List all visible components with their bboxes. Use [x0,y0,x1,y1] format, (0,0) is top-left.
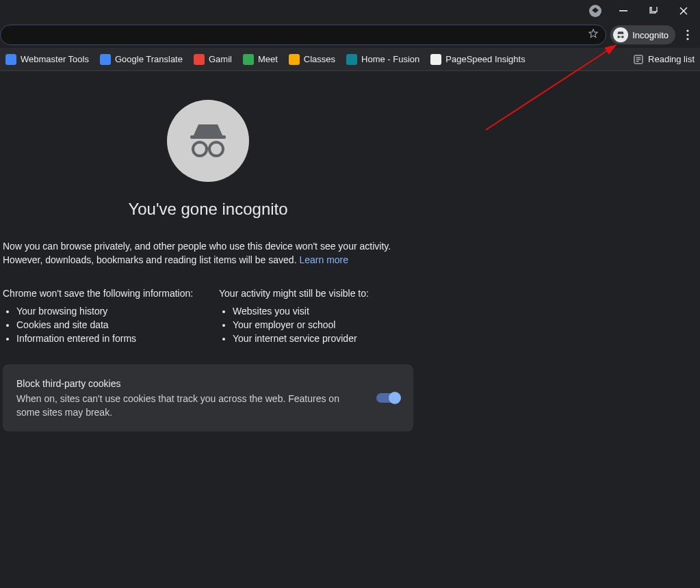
bookmark-label: PageSpeed Insights [445,54,525,64]
window-maximize-button[interactable] [640,1,667,21]
bookmark-label: Home - Fusion [361,54,419,64]
incognito-label: Incognito [632,30,669,40]
block-cookies-description: When on, sites can't use cookies that tr… [16,392,360,420]
still-visible-heading: Your activity might still be visible to: [219,288,413,299]
bookmark-item[interactable]: Gamil [194,54,232,65]
bookmark-favicon-icon [243,54,254,65]
bookmark-favicon-icon [5,54,16,65]
bookmark-favicon-icon [289,54,300,65]
svg-rect-0 [619,10,627,12]
bookmark-label: Webmaster Tools [21,54,89,64]
bookmark-favicon-icon [430,54,441,65]
bookmark-item[interactable]: Webmaster Tools [5,54,89,65]
list-item: Your employer or school [233,319,413,330]
block-cookies-toggle[interactable] [376,393,400,403]
page-title: You've gone incognito [128,200,287,219]
bookmarks-bar: Webmaster ToolsGoogle TranslateGamilMeet… [0,48,700,71]
reading-list-icon [633,54,644,65]
intro-line2-prefix: However, downloads, bookmarks and readin… [3,254,299,265]
bookmark-label: Google Translate [115,54,183,64]
bookmark-label: Meet [258,54,278,64]
bookmark-item[interactable]: Classes [289,54,335,65]
svg-point-8 [193,142,207,156]
window-minimize-button[interactable] [610,1,637,21]
bookmark-item[interactable]: Home - Fusion [346,54,419,65]
bookmark-favicon-icon [346,54,357,65]
intro-paragraph: Now you can browse privately, and other … [3,239,413,267]
bookmark-star-icon[interactable] [588,28,599,42]
still-visible-list: Websites you visitYour employer or schoo… [219,306,413,344]
list-item: Websites you visit [233,306,413,317]
svg-point-5 [686,38,688,40]
toolbar: Incognito [0,22,700,48]
toggle-knob-icon [389,392,401,404]
bookmark-label: Gamil [209,54,232,64]
bookmark-favicon-icon [194,54,205,65]
bookmark-item[interactable]: PageSpeed Insights [430,54,525,65]
chrome-menu-button[interactable] [679,25,696,44]
wont-save-heading: Chrome won't save the following informat… [3,288,197,299]
address-bar[interactable] [0,25,606,45]
bookmark-item[interactable]: Google Translate [100,54,183,65]
svg-rect-7 [190,135,226,139]
wont-save-list: Your browsing historyCookies and site da… [3,306,197,344]
block-cookies-card: Block third-party cookies When on, sites… [3,364,413,432]
bookmark-favicon-icon [100,54,111,65]
block-cookies-title: Block third-party cookies [16,377,360,390]
incognito-avatar-icon [613,27,628,42]
svg-point-9 [209,142,223,156]
list-item: Cookies and site data [16,319,197,330]
reading-list-button[interactable]: Reading list [633,54,695,65]
list-item: Information entered in forms [16,333,197,344]
svg-point-3 [686,29,688,31]
page-content: You've gone incognito Now you can browse… [0,71,700,431]
learn-more-link[interactable]: Learn more [299,254,348,265]
bookmark-item[interactable]: Meet [243,54,278,65]
svg-rect-2 [651,7,657,12]
list-item: Your browsing history [16,306,197,317]
intro-line1: Now you can browse privately, and other … [3,241,391,252]
security-status-icon[interactable] [589,5,601,17]
bookmark-label: Classes [304,54,335,64]
incognito-hero-icon [167,100,249,182]
reading-list-label: Reading list [648,54,695,64]
incognito-indicator[interactable]: Incognito [610,25,675,44]
svg-point-4 [686,34,688,36]
window-titlebar [0,0,700,22]
window-close-button[interactable] [670,1,697,21]
list-item: Your internet service provider [233,333,413,344]
